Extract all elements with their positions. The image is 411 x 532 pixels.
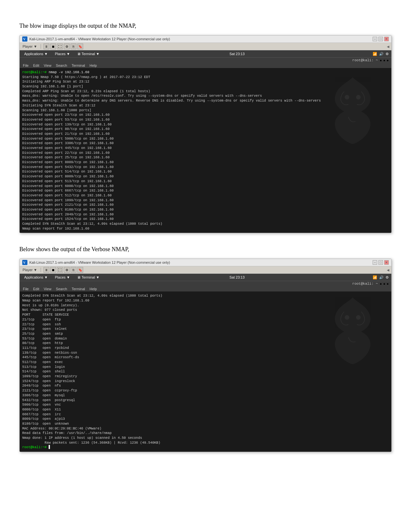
terminal-line-2-28: MAC Address: 00:0C:29:0E:BC:46 (VMware) (22, 426, 389, 431)
stop-btn-1[interactable]: ⏹ (50, 44, 56, 49)
vm-toolbar-extra-2: ◀ (387, 268, 389, 272)
vm-titlebar-controls-2: – □ ✕ (373, 260, 389, 265)
terminal-menu-btn-2[interactable]: Terminal (72, 287, 85, 291)
terminal-line-1-24: Discovered open port 6667/tcp on 192.168… (22, 188, 389, 193)
toolbar-sep-1 (41, 44, 41, 49)
fullscreen-btn-2[interactable]: ⛶ (57, 267, 63, 273)
svg-point-2 (345, 95, 349, 99)
view-menu-btn-1[interactable]: View (44, 64, 52, 67)
terminal-line-1-19: Discovered open port 5432/tcp on 192.168… (22, 165, 389, 170)
places-btn-1[interactable]: Places ▼ (53, 51, 72, 56)
stop-btn-2[interactable]: ⏹ (50, 267, 56, 273)
minimize-btn-2[interactable]: – (373, 260, 377, 265)
applications-btn-2[interactable]: Applications ▼ (22, 275, 50, 280)
snap-btn-1[interactable]: ⎘ (71, 44, 76, 49)
fullscreen-btn-1[interactable]: ⛶ (57, 44, 63, 49)
terminal-line-2-26: 8009/tcp open ajp13 (22, 417, 389, 421)
view-menu-btn-2[interactable]: View (44, 287, 52, 291)
terminal-line-1-20: Discovered open port 514/tcp on 192.168.… (22, 169, 389, 174)
terminal-line-1-29: Discovered open port 2049/tcp on 192.168… (22, 212, 389, 217)
kali-menu-left-2: Applications ▼ Places ▼ 🖥 Terminal ▼ (22, 275, 102, 280)
close-btn-2[interactable]: ✕ (384, 260, 389, 265)
terminal-line-2-16: 514/tcp open shell (22, 369, 389, 374)
settings-btn-1[interactable]: ⚙ (64, 44, 70, 49)
applications-btn-1[interactable]: Applications ▼ (22, 51, 50, 56)
settings-icon-1: ⚙ (386, 52, 389, 56)
pause-btn-1[interactable]: ⏸ (44, 44, 49, 49)
kali-menu-left-1: Applications ▼ Places ▼ 🖥 Terminal ▼ (22, 51, 102, 56)
bookmark-btn-2[interactable]: 🔖 (77, 267, 83, 273)
root-label-2: root@kali: ~ (352, 282, 378, 286)
kali-status-bar-1: root@kali: ~ ● ● ● (20, 57, 391, 63)
terminal-line-1-31: Completed SYN Stealth Scan at 23:12, 4.0… (22, 222, 389, 226)
edit-menu-btn-1[interactable]: Edit (33, 64, 39, 67)
status-icons-1: ● ● ● (380, 58, 389, 62)
root-label-1: root@kali: ~ (352, 58, 378, 62)
terminal-line-2-20: 2121/tcp open ccproxy-ftp (22, 388, 389, 393)
places-btn-2[interactable]: Places ▼ (53, 275, 72, 280)
terminal-menu-btn-1[interactable]: Terminal (72, 64, 85, 67)
vm-toolbar-extra: ◀ (387, 45, 389, 48)
bookmark-btn-1[interactable]: 🔖 (77, 44, 83, 49)
terminal-line-1-27: Discovered open port 2121/tcp on 192.168… (22, 202, 389, 207)
network-icon-2: 📶 (373, 275, 377, 280)
vm-window-title-1: Kali-Linux-2017.1-vm-amd64 - VMware Work… (29, 37, 170, 41)
vm-titlebar-1: V Kali-Linux-2017.1-vm-amd64 - VMware Wo… (20, 35, 391, 43)
svg-text:V: V (23, 37, 26, 41)
file-menu-btn-1[interactable]: File (23, 64, 29, 67)
terminal-line-1-28: Discovered open port 8180/tcp on 192.168… (22, 207, 389, 212)
terminal-line-2-31: Nmap done: 1 IP address (1 host up) scan… (22, 436, 389, 440)
help-menu-btn-2[interactable]: Help (90, 287, 97, 291)
kali-menubar-1: Applications ▼ Places ▼ 🖥 Terminal ▼ Sat… (20, 50, 391, 57)
help-menu-btn-1[interactable]: Help (90, 64, 97, 67)
circle-icon-1b: ● (383, 58, 386, 62)
vm-titlebar-2: V Kali-Linux-2017.1-vm-amd64 - VMware Wo… (20, 259, 391, 266)
search-menu-btn-2[interactable]: Search (56, 287, 67, 291)
vm-titlebar-left-1: V Kali-Linux-2017.1-vm-amd64 - VMware Wo… (22, 36, 170, 42)
restore-btn-1[interactable]: □ (378, 37, 383, 41)
close-btn-1[interactable]: ✕ (384, 37, 389, 41)
circle-icon-2c: ● (387, 282, 389, 286)
terminal-line-1-30: Discovered open port 1524/tcp on 192.168… (22, 217, 389, 222)
terminal-line-1-23: Discovered open port 6000/tcp on 192.168… (22, 184, 389, 189)
edit-menu-btn-2[interactable]: Edit (33, 287, 39, 291)
circle-icon-2a: ● (380, 282, 382, 286)
terminal-prompt-end-2: root@kali:~# ▋ (22, 445, 389, 450)
toolbar-sep-2 (41, 268, 41, 272)
search-menu-btn-1[interactable]: Search (56, 64, 67, 67)
dragon-watermark-1 (324, 74, 382, 145)
svg-point-6 (345, 315, 349, 320)
snap-btn-2[interactable]: ⎘ (71, 267, 76, 273)
circle-icon-2b: ● (383, 282, 386, 286)
terminal-line-2-24: 6000/tcp open X11 (22, 407, 389, 412)
terminal-line-1-22: Discovered open port 513/tcp on 192.168.… (22, 179, 389, 184)
settings-btn-2[interactable]: ⚙ (64, 267, 70, 273)
dragon-watermark-2 (324, 295, 382, 366)
vm-toolbar-1: Player ▼ ⏸ ⏹ ⛶ ⚙ ⎘ 🔖 ◀ (20, 43, 391, 50)
vm-window-title-2: Kali-Linux-2017.1-vm-amd64 - VMware Work… (29, 261, 170, 264)
terminal-line-2-21: 3306/tcp open mysql (22, 393, 389, 398)
player-menu-btn-1[interactable]: Player ▼ (22, 44, 38, 49)
vm-toolbar-icons-1: ⏸ ⏹ ⛶ ⚙ ⎘ 🔖 (44, 44, 83, 49)
network-icon-1: 📶 (373, 52, 377, 56)
file-menu-btn-2[interactable]: File (23, 287, 29, 291)
vm-window-1: V Kali-Linux-2017.1-vm-amd64 - VMware Wo… (19, 35, 392, 233)
kali-menu-right-2: 📶 🔊 ⚙ (373, 275, 389, 280)
terminal-btn-1[interactable]: 🖥 Terminal ▼ (75, 51, 101, 56)
terminal-line-2-22: 5432/tcp open postgresql (22, 398, 389, 403)
terminal-btn-2[interactable]: 🖥 Terminal ▼ (75, 275, 101, 280)
terminal-command-1: root@kali:~# nmap -v 192.168.1.60 (22, 70, 389, 75)
terminal-line-2-23: 5900/tcp open vnc (22, 402, 389, 407)
pause-btn-2[interactable]: ⏸ (44, 267, 49, 273)
kali-filemenu-2: File Edit View Search Terminal Help (20, 286, 391, 291)
vm-toolbar-2: Player ▼ ⏸ ⏹ ⛶ ⚙ ⎘ 🔖 ◀ (20, 266, 391, 274)
terminal-line-2-18: 1524/tcp open ingreslock (22, 379, 389, 384)
minimize-btn-1[interactable]: – (373, 37, 377, 41)
restore-btn-2[interactable]: □ (378, 260, 383, 265)
svg-point-7 (356, 315, 361, 320)
player-menu-btn-2[interactable]: Player ▼ (22, 268, 38, 272)
vmware-icon-2: V (22, 260, 27, 265)
terminal-line-1-26: Discovered open port 1099/tcp on 192.168… (22, 198, 389, 203)
terminal-line-1-17: Discovered open port 25/tcp on 192.168.1… (22, 155, 389, 160)
kali-clock-1: Sat 23:13 (230, 52, 245, 56)
